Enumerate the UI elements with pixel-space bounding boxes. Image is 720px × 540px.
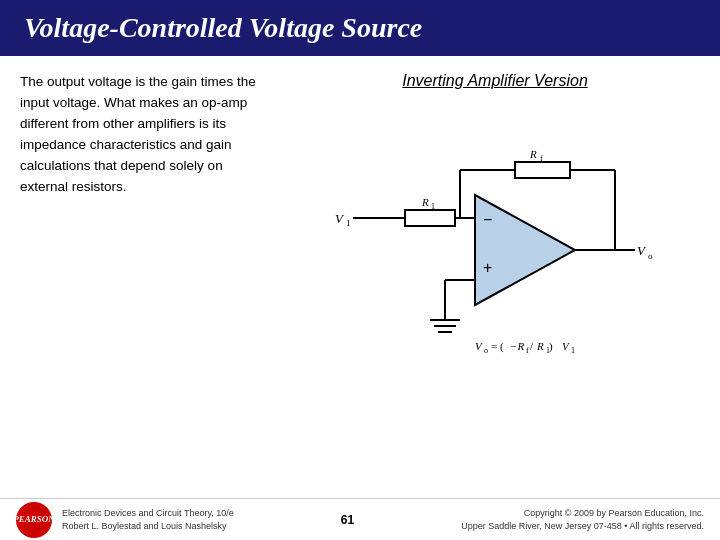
circuit-diagram: − + V o R 1 V 1 xyxy=(305,100,685,380)
page: Voltage-Controlled Voltage Source The ou… xyxy=(0,0,720,540)
pearson-logo-text: PEARSON xyxy=(13,515,55,525)
left-text-column: The output voltage is the gain times the… xyxy=(20,72,270,478)
svg-text:f: f xyxy=(540,154,543,163)
svg-text:o: o xyxy=(484,346,488,355)
svg-text:+: + xyxy=(483,259,492,276)
footer-copyright: Copyright © 2009 by Pearson Education, I… xyxy=(461,507,704,532)
svg-text:V: V xyxy=(475,340,483,352)
svg-text:V: V xyxy=(562,340,570,352)
body-paragraph: The output voltage is the gain times the… xyxy=(20,72,270,198)
svg-text:1: 1 xyxy=(571,346,575,355)
svg-text:R: R xyxy=(536,340,544,352)
svg-text:−R: −R xyxy=(510,340,524,352)
footer-left: PEARSON Electronic Devices and Circuit T… xyxy=(16,502,234,538)
header-bar: Voltage-Controlled Voltage Source xyxy=(0,0,720,56)
book-authors: Robert L. Boylestad and Louis Nashelsky xyxy=(62,520,234,533)
svg-text:R: R xyxy=(421,196,429,208)
svg-text:V: V xyxy=(637,243,647,258)
page-number: 61 xyxy=(341,513,354,527)
svg-text:−: − xyxy=(483,211,492,228)
svg-text:= (: = ( xyxy=(491,340,504,353)
page-title: Voltage-Controlled Voltage Source xyxy=(24,12,696,44)
address-text: Upper Saddle River, New Jersey 07-458 • … xyxy=(461,520,704,533)
svg-text:f: f xyxy=(526,346,529,355)
copyright-text: Copyright © 2009 by Pearson Education, I… xyxy=(461,507,704,520)
svg-text:1: 1 xyxy=(431,202,435,211)
svg-text:): ) xyxy=(549,340,553,353)
footer-book-info: Electronic Devices and Circuit Theory, 1… xyxy=(62,507,234,532)
svg-text:V: V xyxy=(335,211,345,226)
svg-text:R: R xyxy=(529,148,537,160)
book-title: Electronic Devices and Circuit Theory, 1… xyxy=(62,507,234,520)
svg-text:o: o xyxy=(648,251,653,261)
content-area: The output voltage is the gain times the… xyxy=(0,56,720,486)
right-diagram-column: Inverting Amplifier Version − + V o xyxy=(290,72,700,478)
svg-rect-16 xyxy=(515,162,570,178)
footer: PEARSON Electronic Devices and Circuit T… xyxy=(0,498,720,540)
svg-text:/: / xyxy=(530,340,534,352)
svg-text:1: 1 xyxy=(346,218,351,228)
diagram-title: Inverting Amplifier Version xyxy=(402,72,588,90)
svg-rect-7 xyxy=(405,210,455,226)
pearson-logo: PEARSON xyxy=(16,502,52,538)
